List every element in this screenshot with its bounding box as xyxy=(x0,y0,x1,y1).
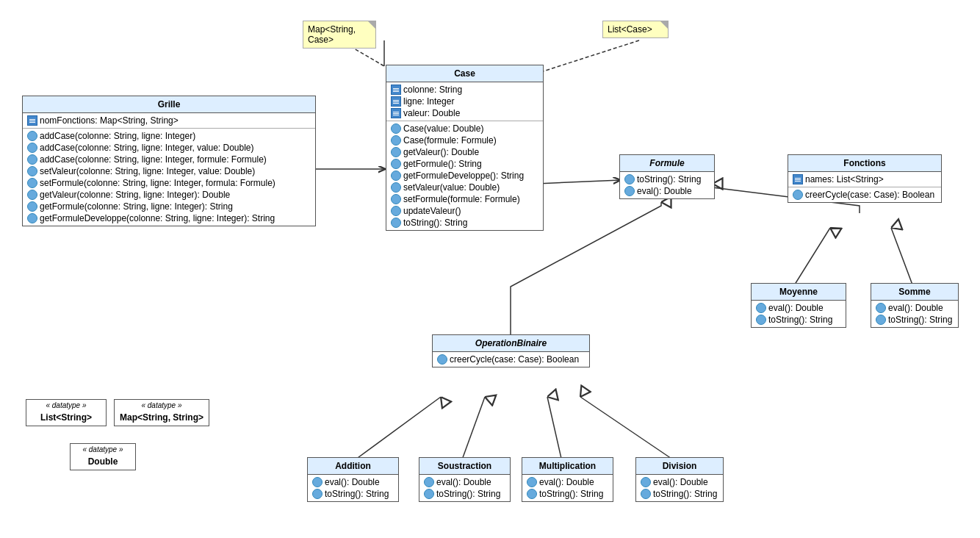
method-icon xyxy=(27,143,37,153)
method-icon xyxy=(424,477,434,487)
method-icon xyxy=(312,477,323,487)
formule-methods: toString(): String eval(): Double xyxy=(620,172,714,198)
soustraction-methods: eval(): Double toString(): String xyxy=(419,475,510,501)
addition-class: Addition eval(): Double toString(): Stri… xyxy=(307,457,399,502)
method-icon xyxy=(641,489,651,499)
method-icon xyxy=(527,489,537,499)
method-icon xyxy=(876,315,886,325)
somme-class: Somme eval(): Double toString(): String xyxy=(871,283,959,328)
datatype-map-string-string: « datatype » Map<String, String> xyxy=(114,399,209,426)
method-icon xyxy=(624,186,635,196)
method-icon xyxy=(391,147,401,157)
method-icon xyxy=(437,354,447,365)
somme-method-1: toString(): String xyxy=(874,314,955,326)
addition-method-1: toString(): String xyxy=(311,488,395,500)
method-icon xyxy=(793,190,803,200)
svg-line-6 xyxy=(536,40,639,73)
method-icon xyxy=(756,303,766,313)
fonctions-title: Fonctions xyxy=(788,155,941,172)
method-icon xyxy=(391,206,401,216)
somme-methods: eval(): Double toString(): String xyxy=(871,301,958,327)
method-icon xyxy=(391,182,401,193)
method-icon xyxy=(624,174,635,184)
moyenne-class: Moyenne eval(): Double toString(): Strin… xyxy=(751,283,846,328)
case-method-6: setFormule(formule: Formule) xyxy=(389,193,540,205)
soustraction-title: Soustraction xyxy=(419,458,510,475)
op-method-0: creerCycle(case: Case): Boolean xyxy=(436,354,586,365)
grille-method-7: getFormuleDeveloppe(colonne: String, lig… xyxy=(26,212,312,224)
addition-method-0: eval(): Double xyxy=(311,476,395,488)
multiplication-class: Multiplication eval(): Double toString()… xyxy=(522,457,613,502)
addition-title: Addition xyxy=(308,458,398,475)
datatype-double: « datatype » Double xyxy=(70,443,136,470)
grille-method-5: getValeur(colonne: String, ligne: Intege… xyxy=(26,189,312,201)
method-icon xyxy=(391,135,401,146)
method-icon xyxy=(876,303,886,313)
division-methods: eval(): Double toString(): String xyxy=(636,475,723,501)
operation-binaire-class: OperationBinaire creerCycle(case: Case):… xyxy=(432,334,590,367)
case-field-0: colonne: String xyxy=(389,84,540,96)
division-method-0: eval(): Double xyxy=(639,476,720,488)
case-method-2: getValeur(): Double xyxy=(389,146,540,158)
fonctions-field-0: names: List<String> xyxy=(791,173,938,185)
soustraction-method-0: eval(): Double xyxy=(422,476,507,488)
grille-method-3: setValeur(colonne: String, ligne: Intege… xyxy=(26,165,312,177)
division-class: Division eval(): Double toString(): Stri… xyxy=(635,457,724,502)
method-icon xyxy=(391,171,401,181)
grille-method-4: setFormule(colonne: String, ligne: Integ… xyxy=(26,177,312,189)
field-icon xyxy=(793,174,803,184)
method-icon xyxy=(641,477,651,487)
method-icon xyxy=(391,218,401,228)
note-list-case: List<Case> xyxy=(602,21,669,38)
division-method-1: toString(): String xyxy=(639,488,720,500)
somme-method-0: eval(): Double xyxy=(874,302,955,314)
moyenne-methods: eval(): Double toString(): String xyxy=(752,301,846,327)
operation-binaire-methods: creerCycle(case: Case): Boolean xyxy=(433,352,589,367)
case-methods: Case(value: Double) Case(formule: Formul… xyxy=(386,121,543,230)
formule-class: Formule toString(): String eval(): Doubl… xyxy=(619,154,715,199)
method-icon xyxy=(27,190,37,200)
method-icon xyxy=(424,489,434,499)
fonctions-method-0: creerCycle(case: Case): Boolean xyxy=(791,189,938,201)
method-icon xyxy=(27,154,37,165)
division-title: Division xyxy=(636,458,723,475)
case-fields: colonne: String ligne: Integer valeur: D… xyxy=(386,82,543,121)
multiplication-method-0: eval(): Double xyxy=(525,476,610,488)
grille-fields: nomFonctions: Map<String, String> xyxy=(23,113,315,129)
grille-class: Grille nomFonctions: Map<String, String>… xyxy=(22,96,316,226)
method-icon xyxy=(391,159,401,169)
case-method-1: Case(formule: Formule) xyxy=(389,134,540,146)
multiplication-title: Multiplication xyxy=(522,458,613,475)
grille-method-2: addCase(colonne: String, ligne: Integer,… xyxy=(26,154,312,165)
moyenne-method-1: toString(): String xyxy=(754,314,843,326)
multiplication-method-1: toString(): String xyxy=(525,488,610,500)
field-icon xyxy=(391,85,401,95)
case-method-5: setValeur(value: Double) xyxy=(389,182,540,193)
grille-field-0: nomFonctions: Map<String, String> xyxy=(26,115,312,126)
case-field-1: ligne: Integer xyxy=(389,96,540,107)
grille-title: Grille xyxy=(23,96,315,113)
method-icon xyxy=(527,477,537,487)
field-icon xyxy=(27,115,37,126)
soustraction-method-1: toString(): String xyxy=(422,488,507,500)
svg-line-8 xyxy=(536,180,621,184)
grille-method-0: addCase(colonne: String, ligne: Integer) xyxy=(26,130,312,142)
method-icon xyxy=(27,131,37,141)
formule-method-0: toString(): String xyxy=(623,173,711,185)
datatype-list-string: « datatype » List<String> xyxy=(26,399,107,426)
method-icon xyxy=(27,166,37,176)
svg-line-11 xyxy=(353,397,441,462)
case-method-4: getFormuleDeveloppe(): String xyxy=(389,170,540,182)
method-icon xyxy=(312,489,323,499)
svg-line-10 xyxy=(891,228,913,287)
formule-title: Formule xyxy=(620,155,714,172)
formule-method-1: eval(): Double xyxy=(623,185,711,197)
method-icon xyxy=(391,194,401,204)
note-map-string-case: Map<String, Case> xyxy=(303,21,376,49)
grille-method-6: getFormule(colonne: String, ligne: Integ… xyxy=(26,201,312,212)
method-icon xyxy=(756,315,766,325)
field-icon xyxy=(391,108,401,118)
method-icon xyxy=(27,201,37,212)
svg-line-12 xyxy=(461,397,485,462)
addition-methods: eval(): Double toString(): String xyxy=(308,475,398,501)
